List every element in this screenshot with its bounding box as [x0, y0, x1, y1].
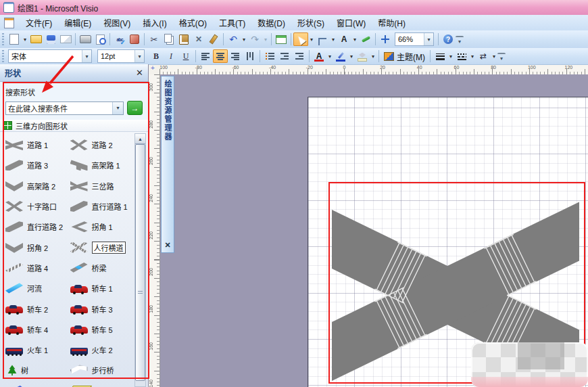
- dropdown-arrow-icon[interactable]: ▾: [262, 32, 269, 46]
- stencil-header[interactable]: 三维方向图形状: [0, 120, 148, 132]
- underline-icon[interactable]: U: [178, 49, 193, 63]
- format-painter-icon[interactable]: [206, 32, 221, 46]
- freeform-tool-icon[interactable]: [358, 32, 373, 46]
- paste-icon[interactable]: [176, 32, 191, 46]
- bold-icon[interactable]: B: [149, 49, 164, 63]
- scroll-up-icon[interactable]: ▲: [135, 134, 145, 144]
- shape-item[interactable]: 道路 3: [5, 158, 70, 172]
- text-direction-icon[interactable]: [243, 49, 258, 63]
- text-tool-icon[interactable]: A: [337, 32, 351, 46]
- redo-icon[interactable]: ↷: [247, 32, 262, 46]
- shape-item[interactable]: 轿车 2: [5, 302, 70, 316]
- chevron-down-icon[interactable]: ▾: [112, 102, 123, 114]
- drawing-explorer-icon[interactable]: [274, 32, 289, 46]
- font-size-select[interactable]: 12pt ▾: [97, 49, 145, 63]
- open-icon[interactable]: [28, 32, 43, 46]
- line-pattern-icon[interactable]: [454, 49, 469, 63]
- shape-item[interactable]: 高架路 2: [5, 179, 70, 193]
- shape-item[interactable]: 三岔路: [70, 179, 135, 193]
- connector-tool-icon[interactable]: [315, 32, 330, 46]
- cut-icon[interactable]: ✂: [147, 32, 162, 46]
- toolbar-options-icon[interactable]: ▾: [456, 36, 464, 45]
- menu-item[interactable]: 窗口(W): [330, 15, 372, 30]
- shape-item[interactable]: 桥梁: [70, 261, 135, 275]
- research-icon[interactable]: [127, 32, 142, 46]
- align-right-icon[interactable]: [228, 49, 243, 63]
- dropdown-arrow-icon[interactable]: ▾: [308, 32, 315, 46]
- shape-item[interactable]: 轿车 5: [70, 323, 135, 336]
- dropdown-arrow-icon[interactable]: ▾: [469, 49, 476, 63]
- toolbar-grip[interactable]: [2, 50, 4, 62]
- undo-icon[interactable]: ↶: [226, 32, 241, 46]
- drawing-canvas[interactable]: 绘图资源管理器 ✕: [160, 74, 588, 387]
- shape-item[interactable]: 树: [5, 363, 70, 377]
- delete-icon[interactable]: ✕: [191, 32, 206, 46]
- chevron-down-icon[interactable]: ▾: [134, 50, 144, 62]
- print-icon[interactable]: [78, 32, 93, 46]
- line-color-icon[interactable]: [333, 49, 348, 63]
- decrease-indent-icon[interactable]: [277, 49, 292, 63]
- increase-indent-icon[interactable]: [292, 49, 307, 63]
- dropdown-arrow-icon[interactable]: ▾: [447, 49, 454, 63]
- shape-item[interactable]: 轿车 3: [70, 302, 135, 316]
- save-icon[interactable]: [43, 32, 58, 46]
- close-icon[interactable]: ✕: [136, 68, 143, 78]
- toolbar-options-icon[interactable]: ▾: [497, 53, 506, 62]
- shape-item[interactable]: 单行: [5, 384, 70, 387]
- shape-item[interactable]: 十字路口: [5, 200, 70, 213]
- dropdown-arrow-icon[interactable]: ▾: [241, 32, 247, 46]
- align-left-icon[interactable]: [198, 49, 213, 63]
- close-icon[interactable]: ✕: [164, 241, 170, 250]
- shape-item[interactable]: 直行道路 2: [5, 220, 70, 233]
- shape-item[interactable]: 轿车 4: [5, 323, 70, 336]
- menu-item[interactable]: 数据(D): [251, 15, 291, 30]
- fill-color-icon[interactable]: [355, 49, 370, 63]
- dropdown-arrow-icon[interactable]: ▾: [351, 32, 358, 46]
- spelling-icon[interactable]: [112, 32, 127, 46]
- dropdown-arrow-icon[interactable]: ▾: [326, 49, 333, 63]
- dropdown-arrow-icon[interactable]: ▾: [330, 32, 337, 46]
- font-color-icon[interactable]: A: [312, 49, 326, 63]
- italic-icon[interactable]: I: [164, 49, 178, 63]
- new-document-icon[interactable]: [7, 32, 22, 46]
- dropdown-arrow-icon[interactable]: ▾: [491, 49, 497, 63]
- dropdown-arrow-icon[interactable]: ▾: [348, 49, 355, 63]
- shape-item[interactable]: 道路 2: [70, 138, 135, 152]
- search-input[interactable]: 在此键入搜索条件 ▾: [5, 101, 124, 115]
- align-center-icon[interactable]: [213, 49, 228, 63]
- bullets-icon[interactable]: [262, 49, 277, 63]
- line-ends-icon[interactable]: ⇄: [476, 49, 491, 63]
- font-select[interactable]: 宋体 ▾: [8, 49, 92, 63]
- menu-item[interactable]: 编辑(E): [58, 15, 97, 30]
- menu-item[interactable]: 帮助(H): [372, 15, 412, 30]
- chevron-down-icon[interactable]: ▾: [424, 33, 433, 45]
- zoom-select[interactable]: 66% ▾: [395, 32, 434, 46]
- shape-item[interactable]: 火车 2: [70, 343, 135, 357]
- shape-item[interactable]: 道路 4: [5, 261, 70, 275]
- theme-button-label[interactable]: 主题(M): [396, 51, 428, 62]
- shape-item[interactable]: 步行桥: [70, 363, 135, 377]
- drawing-explorer-strip[interactable]: 绘图资源管理器 ✕: [161, 76, 174, 253]
- shape-item[interactable]: 拐角 1: [70, 220, 135, 233]
- toolbar-grip[interactable]: [2, 33, 4, 45]
- search-go-button[interactable]: →: [127, 101, 143, 115]
- shape-item[interactable]: 拐角 2: [5, 241, 70, 254]
- menu-item[interactable]: 文件(F): [20, 15, 58, 30]
- pointer-tool-icon[interactable]: [293, 32, 308, 46]
- shape-item[interactable]: 河流: [5, 281, 70, 295]
- menu-item[interactable]: 格式(O): [173, 15, 213, 30]
- menu-item[interactable]: 工具(T): [213, 15, 251, 30]
- dropdown-arrow-icon[interactable]: ▾: [22, 32, 28, 46]
- print-preview-icon[interactable]: [93, 32, 107, 46]
- theme-icon[interactable]: [381, 49, 396, 63]
- shape-item[interactable]: 轿车 1: [70, 281, 135, 295]
- chevron-down-icon[interactable]: ▾: [82, 50, 91, 62]
- copy-icon[interactable]: [162, 32, 176, 46]
- shape-item[interactable]: 块 1: [70, 384, 135, 387]
- shape-item[interactable]: 人行横道: [70, 241, 135, 254]
- shape-item[interactable]: 高架路 1: [70, 158, 135, 172]
- dropdown-arrow-icon[interactable]: ▾: [370, 49, 376, 63]
- shape-item[interactable]: 火车 1: [5, 343, 70, 357]
- help-icon[interactable]: [441, 32, 456, 46]
- mail-icon[interactable]: [58, 32, 73, 46]
